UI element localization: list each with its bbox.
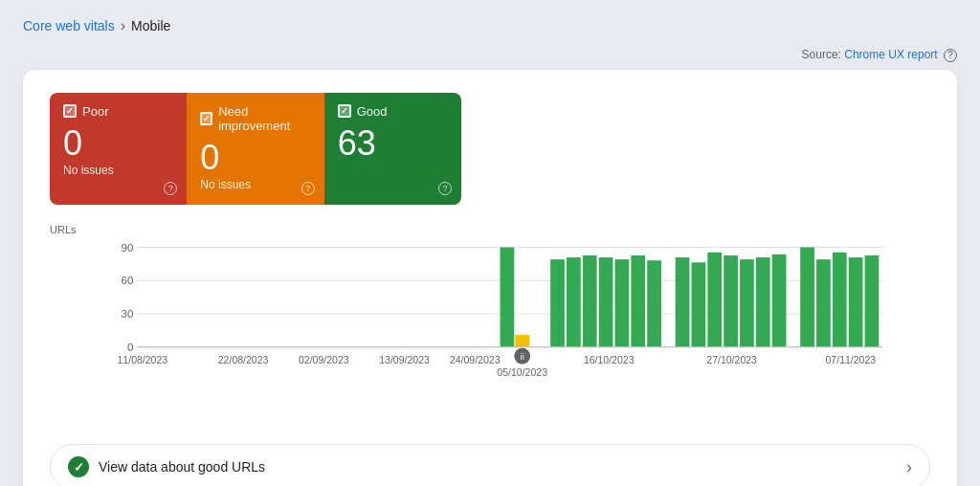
breadcrumb-current: Mobile bbox=[131, 18, 170, 33]
bar-oct27-3 bbox=[707, 253, 722, 347]
bar-oct27-7 bbox=[772, 254, 787, 347]
breadcrumb-separator: › bbox=[121, 17, 125, 34]
chart-area: URLs 90 60 30 0 bbox=[50, 224, 930, 429]
bar-nov07-4 bbox=[849, 257, 863, 347]
bar-oct16-6 bbox=[631, 255, 645, 347]
poor-title: Poor bbox=[82, 104, 108, 119]
svg-text:27/10/2023: 27/10/2023 bbox=[706, 354, 757, 365]
bar-oct16-2 bbox=[567, 257, 581, 347]
bar-oct27-4 bbox=[724, 255, 738, 347]
bar-oct16-1 bbox=[550, 260, 565, 348]
need-improvement-label: No issues bbox=[200, 178, 310, 191]
svg-text:16/10/2023: 16/10/2023 bbox=[584, 354, 635, 365]
bar-nov07-3 bbox=[833, 253, 847, 347]
poor-label: No issues bbox=[63, 164, 173, 177]
status-boxes: Poor 0 No issues ? Need improvement 0 No… bbox=[50, 93, 461, 206]
bar-oct16-3 bbox=[583, 255, 597, 347]
chevron-right-icon: › bbox=[906, 457, 912, 477]
bar-oct05 bbox=[501, 248, 515, 347]
main-card: Poor 0 No issues ? Need improvement 0 No… bbox=[23, 70, 957, 486]
svg-text:05/10/2023: 05/10/2023 bbox=[497, 367, 547, 379]
bar-oct27-2 bbox=[692, 263, 706, 347]
good-help-icon[interactable]: ? bbox=[438, 182, 452, 195]
good-count: 63 bbox=[338, 124, 448, 163]
bar-nov07-5 bbox=[865, 255, 880, 347]
need-improvement-checkbox-icon[interactable] bbox=[200, 112, 212, 125]
svg-text:60: 60 bbox=[121, 276, 133, 287]
status-box-good-header: Good bbox=[338, 104, 448, 119]
view-data-label: View data about good URLs bbox=[99, 459, 265, 475]
svg-text:30: 30 bbox=[121, 309, 133, 320]
view-data-left: ✓ View data about good URLs bbox=[68, 456, 265, 477]
poor-count: 0 bbox=[63, 124, 173, 163]
good-title: Good bbox=[357, 104, 388, 119]
source-prefix: Source: bbox=[802, 48, 841, 61]
svg-text:ii: ii bbox=[521, 352, 524, 363]
view-data-check-icon: ✓ bbox=[68, 456, 89, 477]
svg-text:0: 0 bbox=[127, 342, 133, 353]
chart-container: 90 60 30 0 ii bbox=[50, 237, 930, 429]
chart-svg: 90 60 30 0 ii bbox=[50, 237, 930, 429]
status-box-good: Good 63 ? bbox=[324, 93, 461, 206]
view-data-button[interactable]: ✓ View data about good URLs › bbox=[50, 444, 930, 486]
svg-text:07/11/2023: 07/11/2023 bbox=[826, 354, 877, 365]
breadcrumb: Core web vitals › Mobile bbox=[23, 17, 957, 34]
status-box-need-improvement: Need improvement 0 No issues ? bbox=[187, 93, 323, 206]
svg-text:90: 90 bbox=[121, 242, 133, 254]
bar-oct16-5 bbox=[615, 260, 630, 348]
source-link[interactable]: Chrome UX report bbox=[844, 48, 937, 61]
bar-oct16-4 bbox=[599, 257, 613, 347]
bar-oct05-yellow bbox=[515, 336, 529, 348]
bar-oct27-6 bbox=[756, 257, 770, 347]
breadcrumb-parent[interactable]: Core web vitals bbox=[23, 18, 115, 33]
bar-oct27-5 bbox=[740, 260, 754, 348]
status-box-poor-header: Poor bbox=[63, 104, 173, 119]
chart-y-label: URLs bbox=[50, 224, 930, 235]
need-improvement-help-icon[interactable]: ? bbox=[301, 182, 315, 195]
poor-checkbox-icon[interactable] bbox=[63, 104, 77, 118]
need-improvement-title: Need improvement bbox=[218, 104, 311, 133]
bar-nov07-2 bbox=[816, 260, 831, 348]
svg-text:13/09/2023: 13/09/2023 bbox=[379, 354, 430, 365]
page-wrapper: Core web vitals › Mobile Source: Chrome … bbox=[0, 0, 980, 486]
svg-text:24/09/2023: 24/09/2023 bbox=[450, 354, 501, 365]
bar-oct27-1 bbox=[676, 257, 690, 347]
bar-nov07-1 bbox=[800, 248, 814, 347]
status-box-poor: Poor 0 No issues ? bbox=[50, 93, 187, 206]
status-box-need-improvement-header: Need improvement bbox=[200, 104, 310, 133]
poor-help-icon[interactable]: ? bbox=[164, 182, 177, 195]
source-help-icon[interactable]: ? bbox=[944, 49, 957, 62]
good-checkbox-icon[interactable] bbox=[338, 104, 351, 118]
svg-text:11/08/2023: 11/08/2023 bbox=[118, 354, 168, 365]
svg-text:02/09/2023: 02/09/2023 bbox=[299, 354, 349, 365]
svg-text:22/08/2023: 22/08/2023 bbox=[218, 354, 269, 365]
bar-oct16-7 bbox=[647, 261, 661, 348]
need-improvement-count: 0 bbox=[200, 139, 310, 177]
source-line: Source: Chrome UX report ? bbox=[23, 48, 957, 62]
